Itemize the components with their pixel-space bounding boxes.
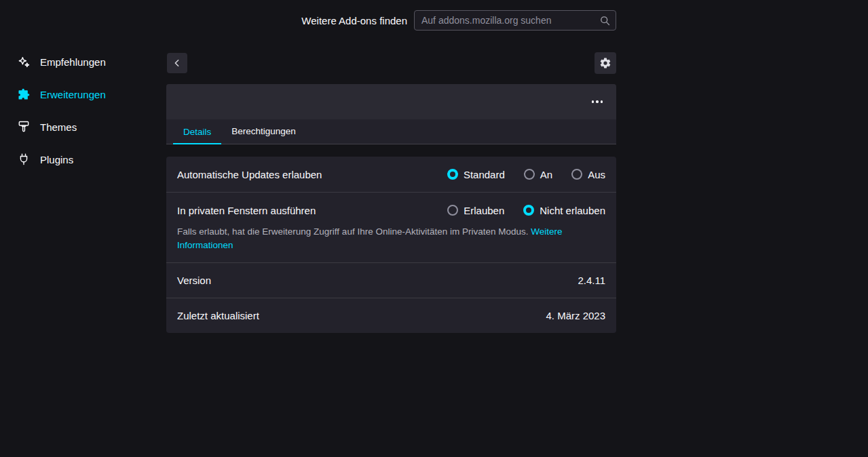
row-last-updated: Zuletzt aktualisiert 4. März 2023 xyxy=(166,298,616,333)
tab-berechtigungen[interactable]: Berechtigungen xyxy=(221,119,306,144)
radio-an[interactable]: An xyxy=(524,169,552,180)
row-private-windows: In privaten Fenstern ausführen Erlauben … xyxy=(166,192,616,262)
radio-circle[interactable] xyxy=(523,205,534,216)
gear-icon xyxy=(599,57,611,69)
topbar: Weitere Add-ons finden xyxy=(0,0,616,41)
find-addons-label: Weitere Add-ons finden xyxy=(301,15,407,26)
sparkle-icon xyxy=(17,55,31,68)
sidebar: Empfehlungen Erweiterungen Themes xyxy=(0,45,166,176)
addon-detail-card-header: Details Berechtigungen xyxy=(166,84,616,144)
radio-erlauben[interactable]: Erlauben xyxy=(447,205,504,216)
sidebar-item-erweiterungen[interactable]: Erweiterungen xyxy=(0,78,166,111)
private-windows-label: In privaten Fenstern ausführen xyxy=(177,205,316,216)
ellipsis-icon xyxy=(592,100,595,103)
addon-detail-rows: Automatische Updates erlauben Standard A… xyxy=(166,157,616,333)
radio-aus[interactable]: Aus xyxy=(571,169,605,180)
row-version: Version 2.4.11 xyxy=(166,262,616,298)
more-options-button[interactable] xyxy=(588,94,607,110)
addons-search-box xyxy=(414,10,616,31)
sidebar-item-plugins[interactable]: Plugins xyxy=(0,143,166,176)
auto-updates-radio-group: Standard An Aus xyxy=(447,169,605,180)
version-label: Version xyxy=(177,275,211,286)
radio-circle[interactable] xyxy=(524,169,535,180)
tab-details[interactable]: Details xyxy=(173,120,221,144)
private-windows-description: Falls erlaubt, hat die Erweiterung Zugri… xyxy=(177,225,605,253)
radio-circle[interactable] xyxy=(571,169,582,180)
main-content: Details Berechtigungen Automatische Upda… xyxy=(166,41,616,333)
row-auto-updates: Automatische Updates erlauben Standard A… xyxy=(166,157,616,192)
sidebar-item-label: Empfehlungen xyxy=(40,56,106,68)
addons-manager-page: Weitere Add-ons finden Empfehlungen xyxy=(0,0,868,457)
puzzle-icon xyxy=(17,87,31,101)
settings-button[interactable] xyxy=(595,52,616,74)
back-button[interactable] xyxy=(167,53,187,73)
search-icon[interactable] xyxy=(594,11,616,30)
radio-circle[interactable] xyxy=(447,205,458,216)
sidebar-item-themes[interactable]: Themes xyxy=(0,111,166,143)
detail-toolbar xyxy=(166,41,616,84)
last-updated-label: Zuletzt aktualisiert xyxy=(177,310,259,321)
auto-updates-label: Automatische Updates erlauben xyxy=(177,169,322,180)
radio-standard[interactable]: Standard xyxy=(447,169,505,180)
private-windows-radio-group: Erlauben Nicht erlauben xyxy=(447,205,605,216)
sidebar-item-label: Themes xyxy=(40,121,77,133)
sidebar-item-label: Plugins xyxy=(40,154,73,165)
detail-tabs: Details Berechtigungen xyxy=(166,119,616,144)
plug-icon xyxy=(17,153,31,166)
version-value: 2.4.11 xyxy=(578,275,605,286)
radio-circle[interactable] xyxy=(447,169,458,180)
addon-card-header-strip xyxy=(166,84,616,119)
addons-search-input[interactable] xyxy=(415,11,594,30)
radio-nicht-erlauben[interactable]: Nicht erlauben xyxy=(523,205,605,216)
sidebar-item-empfehlungen[interactable]: Empfehlungen xyxy=(0,45,166,78)
paintbrush-icon xyxy=(17,120,31,134)
last-updated-value: 4. März 2023 xyxy=(546,310,605,321)
sidebar-item-label: Erweiterungen xyxy=(40,89,106,100)
